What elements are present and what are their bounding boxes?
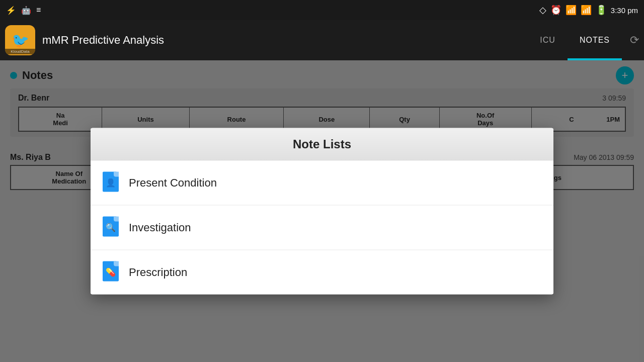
status-right-icons: ◇ ⏰ 📶 📶 🔋 3:30 pm [539,5,638,16]
clock-icon: ⏰ [550,5,561,16]
logo-badge: KloudData [5,49,35,54]
usb-icon: ⚡ [6,6,16,15]
modal-item-prescription[interactable]: 💊 Prescription [91,250,553,295]
prescription-icon: 💊 [103,261,121,284]
app-logo: 🐦 KloudData [5,25,35,55]
app-title: mMR Predictive Analysis [42,34,528,47]
time-display: 3:30 pm [611,6,638,15]
battery-icon: 🔋 [596,5,607,16]
nav-tabs: ICU NOTES [528,20,622,60]
modal-item-investigation[interactable]: 🔍 Investigation [91,206,553,250]
android-icon: 🤖 [21,6,31,15]
menu-icon: ≡ [36,6,41,15]
modal-body: 👤 Present Condition 🔍 Investigation [91,161,553,295]
investigation-icon: 🔍 [103,217,121,239]
present-condition-label: Present Condition [129,176,217,190]
signal-bars-icon: 📶 [581,5,592,16]
main-content: Notes + Dr. Benr 3 09:59 NaMedi Units Ro… [0,60,644,362]
tab-notes[interactable]: NOTES [568,20,622,60]
note-lists-modal: Note Lists 👤 Present Condition 🔍 [91,128,553,295]
refresh-button[interactable]: ⟳ [630,34,639,47]
tab-icu[interactable]: ICU [528,20,568,60]
signal-diamond-icon: ◇ [539,5,546,16]
prescription-label: Prescription [129,266,187,279]
status-bar: ⚡ 🤖 ≡ ◇ ⏰ 📶 📶 🔋 3:30 pm [0,0,644,20]
status-left-icons: ⚡ 🤖 ≡ [6,6,41,15]
modal-header: Note Lists [91,128,553,161]
present-condition-icon: 👤 [103,172,121,194]
investigation-label: Investigation [129,221,191,234]
modal-title: Note Lists [293,137,351,151]
modal-item-present-condition[interactable]: 👤 Present Condition [91,161,553,206]
app-bar: 🐦 KloudData mMR Predictive Analysis ICU … [0,20,644,60]
wifi-icon: 📶 [566,5,577,16]
logo-bird-icon: 🐦 [12,32,29,49]
